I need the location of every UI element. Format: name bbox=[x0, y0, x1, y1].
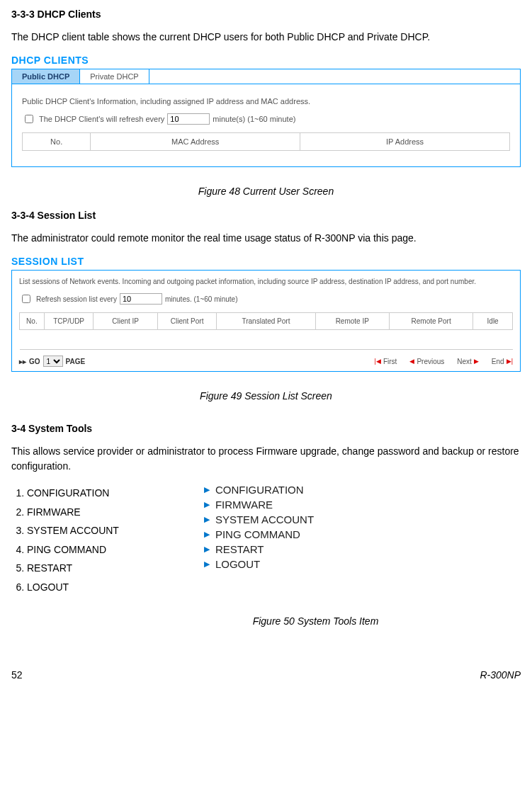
list-item: SYSTEM ACCOUNT bbox=[27, 521, 119, 540]
session-panel-title: SESSION LIST bbox=[11, 256, 521, 267]
menu-item-logout[interactable]: ▶LOGOUT bbox=[204, 558, 314, 570]
chevron-icon: ▶ bbox=[204, 559, 210, 569]
page-suffix: PAGE bbox=[66, 358, 86, 365]
tab-public-dhcp[interactable]: Public DHCP bbox=[12, 69, 80, 84]
session-col-trans-port: Translated Port bbox=[217, 313, 315, 330]
session-col-proto: TCP/UDP bbox=[44, 313, 94, 330]
dhcp-refresh-input[interactable] bbox=[167, 113, 210, 125]
list-item: CONFIGURATION bbox=[27, 484, 119, 503]
list-item: RESTART bbox=[27, 559, 119, 578]
session-col-remote-ip: Remote IP bbox=[315, 313, 389, 330]
page-number: 52 bbox=[11, 669, 23, 681]
next-icon: ▶ bbox=[474, 358, 479, 365]
nav-first[interactable]: |◀First bbox=[375, 358, 397, 365]
chevron-icon: ▶ bbox=[204, 515, 210, 524]
chevron-icon: ▶ bbox=[204, 545, 210, 554]
session-refresh-suffix: minutes. (1~60 minute) bbox=[165, 295, 238, 303]
end-icon: ▶| bbox=[506, 358, 513, 365]
session-col-client-ip: Client IP bbox=[94, 313, 157, 330]
session-refresh-input[interactable] bbox=[120, 293, 162, 305]
menu-item-configuration[interactable]: ▶CONFIGURATION bbox=[204, 484, 314, 496]
session-col-remote-port: Remote Port bbox=[389, 313, 472, 330]
session-col-client-port: Client Port bbox=[157, 313, 217, 330]
body-3-3-3: The DHCP client table shows the current … bbox=[11, 30, 521, 45]
chevron-icon: ▶ bbox=[204, 530, 210, 539]
body-3-4: This allows service provider or administ… bbox=[11, 444, 521, 474]
system-tools-menu-image: ▶CONFIGURATION ▶FIRMWARE ▶SYSTEM ACCOUNT… bbox=[204, 484, 314, 597]
heading-3-4: 3-4 System Tools bbox=[11, 423, 521, 434]
table-row bbox=[20, 330, 513, 350]
nav-end[interactable]: End▶| bbox=[492, 358, 513, 365]
dhcp-table: No. MAC Address IP Address bbox=[22, 132, 510, 151]
session-table: No. TCP/UDP Client IP Client Port Transl… bbox=[19, 312, 513, 350]
chevron-icon: ▶ bbox=[204, 485, 210, 494]
body-3-3-4: The administrator could remote monitor t… bbox=[11, 231, 521, 246]
session-col-idle: Idle bbox=[473, 313, 513, 330]
nav-previous[interactable]: ◀Previous bbox=[409, 358, 444, 365]
dhcp-tabs: Public DHCP Private DHCP bbox=[11, 69, 521, 84]
model-name: R-300NP bbox=[480, 669, 521, 681]
caption-fig48: Figure 48 Current User Screen bbox=[11, 186, 521, 197]
caption-fig50: Figure 50 System Tools Item bbox=[111, 615, 521, 627]
dhcp-clients-panel: DHCP CLIENTS Public DHCP Private DHCP Pu… bbox=[11, 55, 521, 167]
go-icon: ▸▸ bbox=[19, 358, 26, 365]
session-list-panel: SESSION LIST List sessions of Network ev… bbox=[11, 256, 521, 372]
first-icon: |◀ bbox=[375, 358, 381, 365]
caption-fig49: Figure 49 Session List Screen bbox=[11, 390, 521, 402]
menu-item-ping-command[interactable]: ▶PING COMMAND bbox=[204, 528, 314, 540]
go-label[interactable]: GO bbox=[29, 358, 40, 365]
menu-item-firmware[interactable]: ▶FIRMWARE bbox=[204, 499, 314, 511]
list-item: LOGOUT bbox=[27, 578, 119, 597]
dhcp-refresh-prefix: The DHCP Client's will refresh every bbox=[39, 115, 164, 123]
dhcp-refresh-suffix: minute(s) (1~60 minute) bbox=[213, 115, 295, 123]
heading-3-3-3: 3-3-3 DHCP Clients bbox=[11, 8, 521, 20]
dhcp-info-text: Public DHCP Client's Information, includ… bbox=[22, 97, 510, 106]
heading-3-3-4: 3-3-4 Session List bbox=[11, 210, 521, 221]
dhcp-col-ip: IP Address bbox=[300, 133, 510, 151]
list-item: FIRMWARE bbox=[27, 503, 119, 522]
tab-private-dhcp[interactable]: Private DHCP bbox=[80, 69, 149, 84]
session-refresh-checkbox[interactable] bbox=[22, 295, 30, 303]
list-item: PING COMMAND bbox=[27, 540, 119, 559]
chevron-icon: ▶ bbox=[204, 500, 210, 509]
nav-next[interactable]: Next▶ bbox=[457, 358, 479, 365]
system-tools-ordered-list: CONFIGURATION FIRMWARE SYSTEM ACCOUNT PI… bbox=[11, 484, 119, 597]
prev-icon: ◀ bbox=[409, 358, 414, 365]
menu-item-system-account[interactable]: ▶SYSTEM ACCOUNT bbox=[204, 513, 314, 525]
page-select[interactable]: 1 bbox=[43, 356, 63, 367]
dhcp-refresh-checkbox[interactable] bbox=[25, 115, 33, 123]
session-col-no: No. bbox=[20, 313, 45, 330]
session-info-text: List sessions of Network events. Incomin… bbox=[19, 278, 513, 285]
dhcp-col-mac: MAC Address bbox=[91, 133, 300, 151]
menu-item-restart[interactable]: ▶RESTART bbox=[204, 543, 314, 555]
session-refresh-prefix: Refresh session list every bbox=[36, 295, 117, 303]
dhcp-panel-title: DHCP CLIENTS bbox=[11, 55, 521, 66]
dhcp-col-no: No. bbox=[23, 133, 91, 151]
